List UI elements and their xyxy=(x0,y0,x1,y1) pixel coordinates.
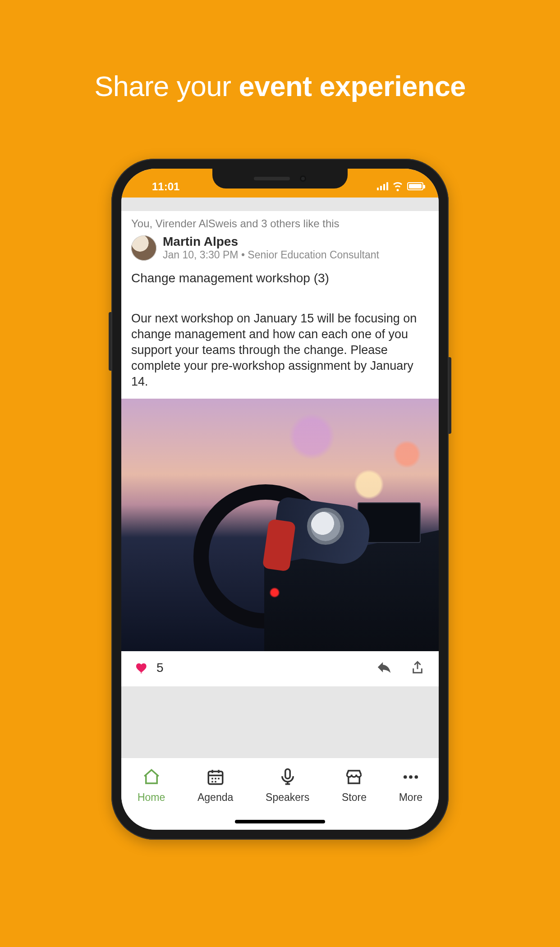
status-right xyxy=(377,175,423,191)
feed-top-gap xyxy=(121,198,439,211)
tab-store[interactable]: Store xyxy=(342,766,367,804)
tab-label: More xyxy=(399,791,422,804)
front-camera xyxy=(300,175,306,182)
tab-label: Store xyxy=(342,791,367,804)
svg-point-2 xyxy=(404,775,407,779)
tab-bar: Home Agenda Speakers Store xyxy=(121,758,439,830)
tab-more[interactable]: More xyxy=(399,766,422,804)
calendar-icon xyxy=(205,766,226,788)
post-timestamp: Jan 10, 3:30 PM xyxy=(163,249,239,261)
share-icon[interactable] xyxy=(409,659,426,676)
wifi-icon xyxy=(393,181,403,191)
tab-speakers[interactable]: Speakers xyxy=(266,766,309,804)
feed-bottom-gap xyxy=(121,686,439,758)
home-icon xyxy=(141,766,162,788)
speaker-slot xyxy=(254,177,290,180)
promo-headline: Share your event experience xyxy=(0,70,560,102)
post-body: Our next workshop on January 15 will be … xyxy=(131,311,429,399)
like-group[interactable]: 5 xyxy=(134,659,164,676)
author-role: Senior Education Consultant xyxy=(248,249,379,261)
phone-screen: 11:01 You, Virender AlSweis and 3 others… xyxy=(121,169,439,830)
tab-label: Agenda xyxy=(197,791,233,804)
svg-point-4 xyxy=(414,775,418,779)
heart-icon[interactable] xyxy=(134,659,151,676)
battery-icon xyxy=(407,182,423,190)
post-image[interactable] xyxy=(121,399,439,651)
cellular-icon xyxy=(377,182,388,190)
likes-summary: You, Virender AlSweis and 3 others like … xyxy=(131,211,429,234)
tab-home[interactable]: Home xyxy=(138,766,165,804)
tab-label: Home xyxy=(138,791,165,804)
phone-notch xyxy=(212,169,348,188)
headline-bold: event experience xyxy=(239,70,465,102)
avatar[interactable] xyxy=(131,235,156,261)
more-icon xyxy=(400,766,422,788)
author-meta-block: Martin Alpes Jan 10, 3:30 PM • Senior Ed… xyxy=(163,234,379,261)
post-header[interactable]: Martin Alpes Jan 10, 3:30 PM • Senior Ed… xyxy=(131,234,429,269)
post-title: Change management workshop (3) xyxy=(131,269,429,311)
microphone-icon xyxy=(277,766,298,788)
post-actions: 5 xyxy=(131,651,429,686)
tab-agenda[interactable]: Agenda xyxy=(197,766,233,804)
like-count: 5 xyxy=(156,661,164,675)
author-meta: Jan 10, 3:30 PM • Senior Education Consu… xyxy=(163,249,379,261)
feed-post: You, Virender AlSweis and 3 others like … xyxy=(121,211,439,686)
reply-icon[interactable] xyxy=(376,659,393,676)
svg-rect-1 xyxy=(285,769,290,779)
headline-prefix: Share your xyxy=(94,70,239,102)
store-icon xyxy=(343,766,365,788)
status-time: 11:01 xyxy=(137,173,191,193)
image-watch xyxy=(311,511,340,541)
meta-separator: • xyxy=(239,249,248,261)
home-indicator[interactable] xyxy=(235,820,325,823)
tab-label: Speakers xyxy=(266,791,309,804)
author-name: Martin Alpes xyxy=(163,234,379,249)
svg-point-3 xyxy=(409,775,413,779)
phone-frame: 11:01 You, Virender AlSweis and 3 others… xyxy=(111,159,449,840)
